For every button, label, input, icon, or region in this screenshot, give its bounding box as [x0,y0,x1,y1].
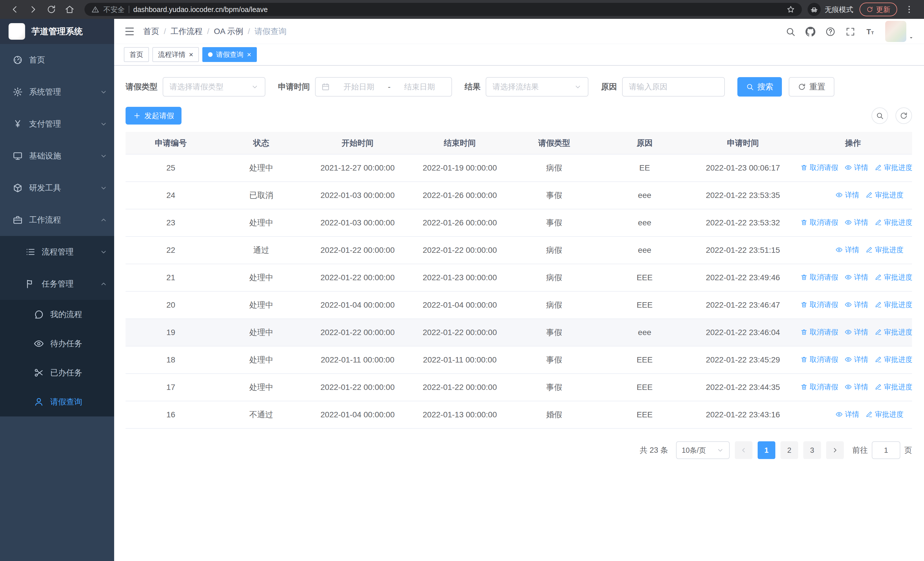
sidebar-item-label: 工作流程 [29,215,61,226]
sidebar-item-done-tasks[interactable]: 已办任务 [0,358,114,387]
result-select[interactable]: 请选择流结果 [486,77,588,96]
chevron-down-icon [100,152,107,160]
browser-home-icon[interactable] [65,5,75,14]
divider [129,6,129,13]
sidebar-item-infra[interactable]: 基础设施 [0,140,114,172]
cancel-leave-link[interactable]: 取消请假 [801,218,838,227]
help-icon[interactable] [825,27,836,37]
update-button[interactable]: 更新 [860,3,897,16]
col-start-time: 开始时间 [306,132,409,154]
tab-home[interactable]: 首页 [124,47,149,62]
bookmark-star-icon[interactable] [786,5,795,14]
incognito-icon [810,5,818,14]
close-icon[interactable]: × [189,51,193,58]
user-menu[interactable] [885,21,914,42]
browser-reload-icon[interactable] [46,5,56,14]
cancel-leave-link[interactable]: 取消请假 [801,163,838,172]
sidebar-item-todo-tasks[interactable]: 待办任务 [0,329,114,358]
approval-progress-link[interactable]: 审批进度 [874,272,912,282]
avatar[interactable] [885,21,906,42]
total-count: 共 23 条 [640,445,668,455]
detail-link[interactable]: 详情 [844,382,868,392]
sidebar-item-system[interactable]: 系统管理 [0,76,114,108]
detail-link[interactable]: 详情 [844,355,868,364]
sidebar-item-process-mgmt[interactable]: 流程管理 [0,236,114,268]
yen-icon [12,119,23,129]
page-button-3[interactable]: 3 [803,441,821,459]
detail-link[interactable]: 详情 [836,245,859,254]
start-date-placeholder: 开始日期 [333,82,385,92]
tab-process-detail[interactable]: 流程详情 × [152,47,199,62]
svg-text:T: T [871,30,874,35]
search-icon[interactable] [785,27,796,37]
approval-progress-link[interactable]: 审批进度 [866,245,903,254]
toggle-search-button[interactable] [872,107,888,124]
fullscreen-icon[interactable] [845,27,855,37]
breadcrumb-item[interactable]: 首页 [143,26,159,37]
browser-forward-icon[interactable] [28,5,38,14]
browser-menu-icon[interactable] [904,5,914,14]
close-icon[interactable]: × [247,51,251,58]
detail-link[interactable]: 详情 [844,218,868,227]
detail-link[interactable]: 详情 [844,163,868,172]
sidebar-item-home[interactable]: 首页 [0,44,114,76]
cell-start-time: 2022-01-03 00:00:00 [306,182,409,209]
table-row: 23处理中2022-01-03 00:00:002022-01-26 00:00… [126,209,912,236]
breadcrumb-item[interactable]: OA 示例 [214,26,243,37]
leave-type-label: 请假类型 [126,81,158,92]
approval-progress-link[interactable]: 审批进度 [874,300,912,309]
next-page-button[interactable] [826,441,844,459]
reason-input[interactable] [622,77,725,96]
detail-link[interactable]: 详情 [844,300,868,309]
page-size-select[interactable]: 10条/页 [676,441,730,459]
approval-progress-link[interactable]: 审批进度 [874,327,912,337]
tab-leave-query[interactable]: 请假查询 × [202,47,257,62]
browser-back-icon[interactable] [10,5,20,14]
page-button-2[interactable]: 2 [780,441,798,459]
prev-page-button[interactable] [735,441,753,459]
sidebar-item-leave-query[interactable]: 请假查询 [0,387,114,417]
detail-link[interactable]: 详情 [836,190,859,200]
sidebar-item-my-process[interactable]: 我的流程 [0,300,114,329]
page-button-1[interactable]: 1 [758,441,776,459]
goto-page-input[interactable] [872,441,900,459]
sidebar-item-payment[interactable]: 支付管理 [0,108,114,140]
search-button[interactable]: 搜索 [737,77,782,96]
sidebar-item-devtools[interactable]: 研发工具 [0,172,114,204]
breadcrumb: 首页 / 工作流程 / OA 示例 / 请假查询 [143,26,286,37]
caret-down-icon [908,35,914,41]
leave-type-select[interactable]: 请选择请假类型 [163,77,266,96]
approval-progress-link[interactable]: 审批进度 [866,410,903,419]
cell-leave-type: 病假 [511,264,597,291]
cell-leave-type: 事假 [511,319,597,346]
github-icon[interactable] [805,27,816,37]
cancel-leave-link[interactable]: 取消请假 [801,355,838,364]
cancel-leave-link[interactable]: 取消请假 [801,327,838,337]
approval-progress-link[interactable]: 审批进度 [874,218,912,227]
cell-status: 已取消 [216,182,306,209]
result-label: 结果 [465,81,480,92]
address-bar[interactable]: 不安全 dashboard.yudao.iocoder.cn/bpm/oa/le… [84,3,802,16]
font-size-icon[interactable]: TT [865,27,876,37]
detail-link-icon [844,301,852,308]
reset-button[interactable]: 重置 [789,77,834,96]
create-leave-button[interactable]: 发起请假 [126,107,182,125]
detail-link[interactable]: 详情 [844,272,868,282]
cancel-leave-link[interactable]: 取消请假 [801,382,838,392]
cancel-leave-link[interactable]: 取消请假 [801,272,838,282]
col-apply-no: 申请编号 [126,132,216,154]
sidebar-toggle-icon[interactable] [124,26,135,37]
sidebar-item-workflow[interactable]: 工作流程 [0,204,114,236]
breadcrumb-item[interactable]: 工作流程 [171,26,202,37]
col-apply-time: 申请时间 [692,132,794,154]
refresh-table-button[interactable] [896,107,912,124]
approval-progress-link[interactable]: 审批进度 [866,190,903,200]
detail-link[interactable]: 详情 [844,327,868,337]
cancel-leave-link[interactable]: 取消请假 [801,300,838,309]
detail-link[interactable]: 详情 [836,410,859,419]
sidebar-item-task-mgmt[interactable]: 任务管理 [0,268,114,300]
approval-progress-link[interactable]: 审批进度 [874,163,912,172]
approval-progress-link[interactable]: 审批进度 [874,382,912,392]
approval-progress-link[interactable]: 审批进度 [874,355,912,364]
apply-time-range-picker[interactable]: 开始日期 - 结束日期 [315,77,452,96]
